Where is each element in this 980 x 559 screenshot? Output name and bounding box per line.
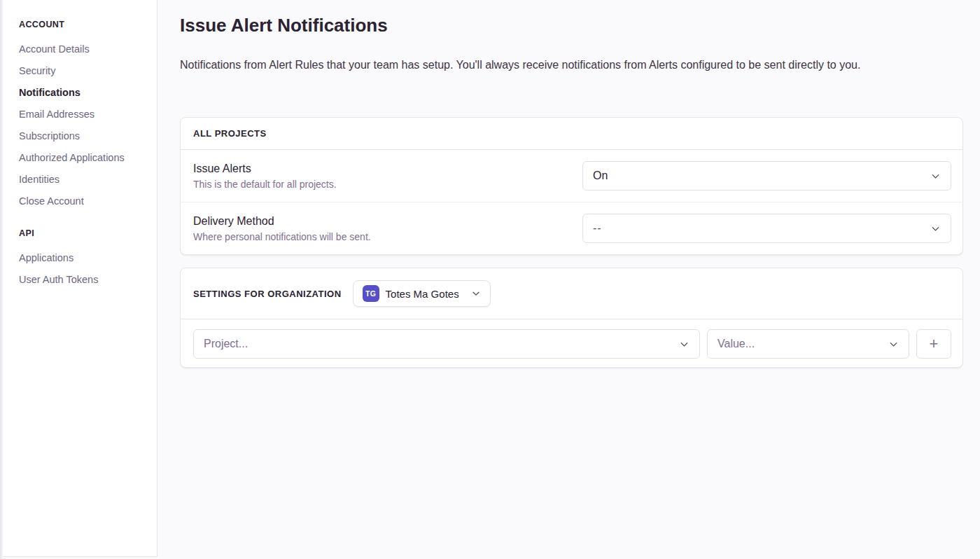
organization-select[interactable]: TG Totes Ma Gotes [353, 280, 491, 307]
chevron-down-icon [930, 223, 941, 234]
chevron-down-icon [471, 289, 481, 298]
plus-icon: + [930, 336, 939, 352]
value-select-placeholder: Value... [718, 338, 755, 350]
settings-content: Issue Alert Notifications Notifications … [158, 0, 980, 559]
project-select-placeholder: Project... [204, 338, 248, 350]
sidebar-item-user-auth-tokens[interactable]: User Auth Tokens [19, 268, 148, 290]
organization-panel-header: SETTINGS FOR ORGANIZATION TG Totes Ma Go… [181, 268, 962, 319]
organization-settings-panel: SETTINGS FOR ORGANIZATION TG Totes Ma Go… [180, 268, 963, 368]
sidebar-section-api: API Applications User Auth Tokens [19, 228, 148, 290]
chevron-down-icon [930, 171, 941, 181]
project-override-row: Project... Value... + [181, 319, 962, 367]
sidebar-item-identities[interactable]: Identities [19, 168, 148, 190]
page-description: Notifications from Alert Rules that your… [180, 58, 963, 72]
all-projects-panel-header: ALL PROJECTS [181, 118, 962, 150]
chevron-down-icon [679, 339, 690, 350]
delivery-method-label: Delivery Method [193, 215, 371, 228]
sidebar-item-security[interactable]: Security [19, 60, 148, 81]
value-select[interactable]: Value... [707, 329, 909, 359]
delivery-method-field-row: Delivery Method Where personal notificat… [181, 202, 962, 254]
delivery-method-field-text: Delivery Method Where personal notificat… [193, 215, 371, 242]
sidebar-item-applications[interactable]: Applications [19, 247, 148, 268]
add-project-setting-button[interactable]: + [916, 329, 951, 359]
delivery-method-help: Where personal notifications will be sen… [193, 231, 371, 242]
page-title: Issue Alert Notifications [180, 14, 963, 37]
sidebar-item-close-account[interactable]: Close Account [19, 190, 148, 212]
settings-sidebar: ACCOUNT Account Details Security Notific… [0, 0, 158, 557]
sidebar-section-account: ACCOUNT Account Details Security Notific… [19, 20, 148, 212]
delivery-method-select-value: -- [593, 222, 602, 235]
issue-alerts-select[interactable]: On [582, 161, 951, 191]
sidebar-item-account-details[interactable]: Account Details [19, 38, 148, 60]
window-left-edge [0, 0, 3, 559]
chevron-down-icon [888, 339, 899, 350]
sidebar-header-api: API [19, 228, 148, 238]
issue-alerts-field-text: Issue Alerts This is the default for all… [193, 163, 337, 190]
issue-alerts-help: This is the default for all projects. [193, 179, 337, 190]
organization-avatar: TG [363, 285, 379, 302]
all-projects-panel: ALL PROJECTS Issue Alerts This is the de… [180, 117, 963, 255]
sidebar-header-account: ACCOUNT [19, 20, 148, 29]
organization-panel-header-label: SETTINGS FOR ORGANIZATION [193, 289, 342, 299]
issue-alerts-select-value: On [593, 170, 608, 182]
organization-name: Totes Ma Gotes [386, 288, 459, 300]
sidebar-item-notifications[interactable]: Notifications [19, 81, 148, 103]
issue-alerts-label: Issue Alerts [193, 163, 337, 175]
sidebar-item-subscriptions[interactable]: Subscriptions [19, 125, 148, 146]
delivery-method-select[interactable]: -- [582, 214, 951, 243]
sidebar-item-email-addresses[interactable]: Email Addresses [19, 103, 148, 125]
account-settings-page: ACCOUNT Account Details Security Notific… [0, 0, 980, 559]
issue-alerts-field-row: Issue Alerts This is the default for all… [181, 150, 962, 202]
project-select[interactable]: Project... [193, 329, 700, 359]
sidebar-item-authorized-applications[interactable]: Authorized Applications [19, 146, 148, 168]
